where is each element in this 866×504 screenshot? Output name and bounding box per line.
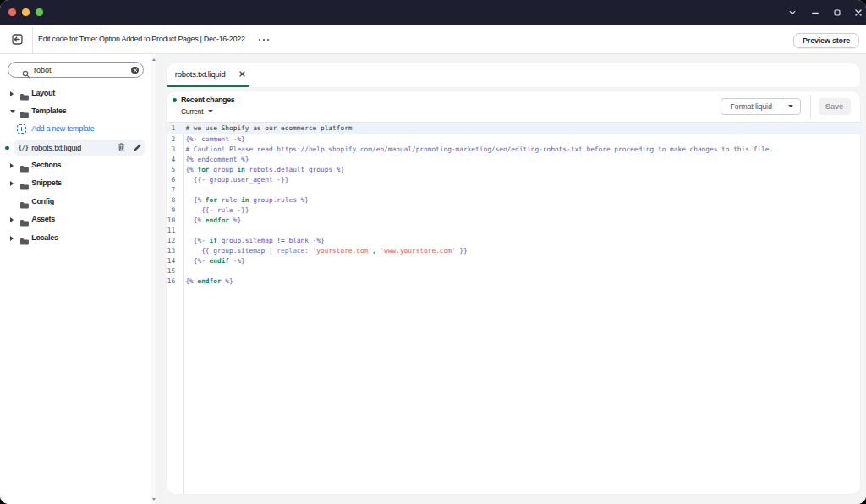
chevron-right-icon[interactable] [10,163,14,168]
chevron-right-icon[interactable] [10,236,14,241]
search-icon [22,67,30,82]
code-token: {%- comment -%} [185,135,244,143]
version-label: Current [181,107,203,116]
editor-toolbar: Recent changes Current Format liquid Sav… [167,91,860,123]
chevron-down-icon [788,105,793,107]
code-token: if [210,237,217,244]
tree-item-assets[interactable]: Assets [0,211,150,228]
tree-item-locales[interactable]: Locales [0,229,150,247]
line-content: {{- group.user_agent -}} [183,175,289,185]
code-token: {% [185,216,205,224]
tab-robots-txt-liquid[interactable]: robots.txt.liquid [167,63,249,88]
code-line-8[interactable]: 8 {% for rule in group.rules %} [167,195,860,205]
code-token: in [241,196,249,204]
code-token: {%- [185,237,209,244]
tree-item-snippets[interactable]: Snippets [0,174,150,192]
code-line-7[interactable]: 7 [167,185,860,195]
code-line-2[interactable]: 2{%- comment -%} [167,134,860,145]
chevron-right-icon[interactable] [10,91,14,96]
page-title: Edit code for Timer Option Added to Prod… [38,25,245,53]
code-line-16[interactable]: 16{% endfor %} [167,277,860,287]
code-token: for [197,166,209,173]
traffic-light-minimize[interactable] [22,8,29,15]
code-token: 'yourstore.com' [309,247,372,255]
window-close-icon[interactable] [854,0,863,25]
collapse-sidebar-icon[interactable] [12,34,23,45]
code-token: # Caution! Please read https://help.shop… [185,145,773,153]
search-clear-icon[interactable] [131,67,139,74]
tree-item-label: Assets [31,211,55,228]
code-line-5[interactable]: 5{% for group in robots.default_groups %… [167,165,860,175]
app-window: Edit code for Timer Option Added to Prod… [0,0,866,504]
overflow-menu-icon[interactable] [259,39,269,41]
file-sidebar: LayoutTemplatesAdd a new template{/}robo… [0,54,150,504]
chevron-down-icon [208,110,213,112]
code-token: {% [185,196,205,204]
folder-icon [19,234,29,249]
tab-close-icon[interactable] [237,68,248,79]
tree-item-config[interactable]: Config [0,193,150,211]
line-content: # we use Shopify as our ecommerce platfo… [183,123,353,134]
window-minimize-icon[interactable] [811,0,819,25]
preview-store-button[interactable]: Preview store [793,33,859,48]
tree-item-add-a-new-template[interactable]: Add a new template [0,120,150,138]
save-button[interactable]: Save [819,98,851,116]
tree-item-templates[interactable]: Templates [0,102,150,120]
window-menu-chevron-icon[interactable] [788,0,797,25]
code-token: 'www.yourstore.com' [376,247,456,255]
code-token: %} [229,216,241,224]
code-line-13[interactable]: 13 {{ group.sitemap | replace: 'yourstor… [167,246,860,256]
code-token: group.rules %} [249,196,309,204]
code-line-14[interactable]: 14 {%- endif -%} [167,256,860,266]
code-token: != [277,237,284,244]
sidebar-scrollbar[interactable] [151,54,156,504]
file-tree: LayoutTemplatesAdd a new template{/}robo… [0,85,150,248]
code-line-9[interactable]: 9 {{- rule -}} [167,205,860,216]
rename-file-icon[interactable] [133,139,142,156]
code-line-10[interactable]: 10 {% endfor %} [167,216,860,226]
code-line-1[interactable]: 1# we use Shopify as our ecommerce platf… [167,123,860,134]
code-token: group.sitemap [217,237,277,244]
code-token: -%} [229,257,245,265]
code-token: {%- [185,257,209,265]
scroll-up-icon[interactable] [152,58,156,61]
code-token: }} [456,247,468,255]
chevron-right-icon[interactable] [10,217,14,222]
line-number: 10 [167,216,183,226]
line-content: {%- endif -%} [183,256,245,266]
line-number: 15 [167,266,183,277]
format-liquid-button[interactable]: Format liquid [721,98,781,116]
line-number: 9 [167,205,183,216]
search-box [8,62,144,78]
header-divider [32,26,33,53]
code-line-11[interactable]: 11 [167,226,860,236]
line-number: 8 [167,195,183,205]
code-line-4[interactable]: 4{% endcomment %} [167,155,860,165]
scroll-down-icon[interactable] [152,498,156,501]
chevron-down-icon[interactable] [10,110,15,113]
delete-file-icon[interactable] [118,139,125,156]
tree-item-robots-txt-liquid[interactable]: {/}robots.txt.liquid [0,139,150,156]
code-line-3[interactable]: 3# Caution! Please read https://help.sho… [167,145,860,155]
liquid-file-icon: {/} [19,139,29,156]
window-titlebar [0,0,866,25]
code-line-15[interactable]: 15 [167,266,860,277]
code-line-6[interactable]: 6 {{- group.user_agent -}} [167,175,860,185]
line-number: 5 [167,165,183,175]
window-maximize-icon[interactable] [833,0,841,25]
code-editor[interactable]: 1# we use Shopify as our ecommerce platf… [167,123,860,494]
code-token: {% [185,277,197,285]
code-token: for [206,196,217,204]
tree-item-label: Add a new template [31,120,94,138]
line-content [183,266,186,277]
line-content [183,226,186,236]
traffic-light-close[interactable] [8,8,15,15]
chevron-right-icon[interactable] [10,181,14,186]
tree-item-layout[interactable]: Layout [0,85,150,102]
code-line-12[interactable]: 12 {%- if group.sitemap != blank -%} [167,236,860,246]
search-input[interactable] [34,63,127,77]
format-liquid-dropdown[interactable] [781,98,801,116]
traffic-light-zoom[interactable] [36,8,42,15]
tree-item-sections[interactable]: Sections [0,156,150,174]
version-dropdown[interactable]: Current [181,107,213,116]
